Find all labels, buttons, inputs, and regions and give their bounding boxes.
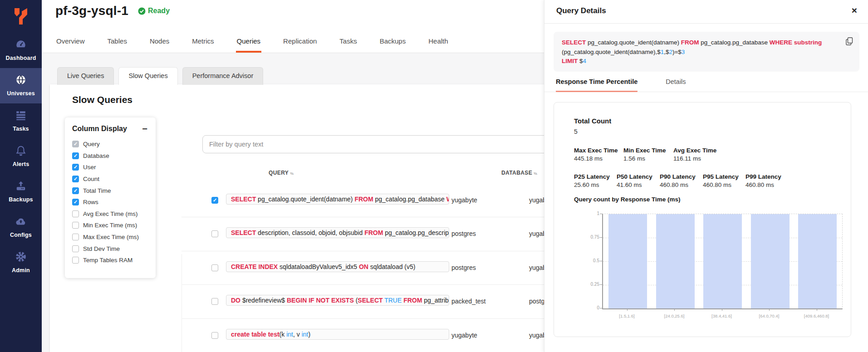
app-window: DashboardUniversesTasksAlertsBackupsConf…	[0, 0, 868, 352]
sidebar-item-tasks[interactable]: Tasks	[0, 103, 42, 139]
subtab-performance-advisor[interactable]: Performance Advisor	[182, 67, 264, 85]
column-option-total-time[interactable]: ✓Total Time	[72, 185, 148, 196]
database-cell: postgres	[451, 230, 476, 237]
x-axis-tick	[769, 309, 770, 311]
row-checkbox[interactable]	[211, 230, 218, 237]
yugabyte-logo-icon[interactable]	[0, 0, 42, 33]
checkbox-icon: ✓	[72, 141, 79, 147]
column-option-user[interactable]: ✓User	[72, 161, 148, 173]
column-option-temp-tables-ram[interactable]: Temp Tables RAM	[72, 254, 148, 266]
checkbox-icon[interactable]	[72, 210, 79, 217]
column-option-query[interactable]: ✓Query	[72, 138, 148, 150]
stat-p90-latency: P90 Latency460.80 ms	[660, 173, 703, 188]
tab-health[interactable]: Health	[427, 32, 449, 53]
query-cell[interactable]: CREATE INDEX sqldataloadByValuev5_idx5 O…	[226, 261, 449, 272]
sql-line: (pg_catalog.quote_ident(datname),$1,$2)=…	[562, 48, 839, 57]
stat-label: P95 Latency	[703, 173, 745, 180]
y-axis-tick-label: 0	[581, 305, 599, 310]
stat-label: P25 Latency	[574, 173, 617, 180]
stat-label: Min Exec Time	[623, 147, 673, 154]
tab-backups[interactable]: Backups	[379, 32, 407, 53]
column-option-min-exec-time-ms[interactable]: Min Exec Time (ms)	[72, 220, 148, 231]
y-axis-tick-label: 1	[581, 211, 599, 216]
sidebar-item-dashboard[interactable]: Dashboard	[0, 33, 42, 68]
checkbox-icon[interactable]: ✓	[72, 176, 79, 182]
tab-metrics[interactable]: Metrics	[191, 32, 215, 53]
collapse-button[interactable]: −	[141, 126, 148, 132]
row-checkbox[interactable]	[211, 264, 218, 271]
tab-nodes[interactable]: Nodes	[149, 32, 170, 53]
total-count-value: 5	[574, 128, 578, 135]
query-cell[interactable]: SELECT description, classoid, objoid, ob…	[226, 227, 449, 238]
details-tab-response-time-percentile[interactable]: Response Time Percentile	[556, 78, 638, 92]
column-header-database[interactable]: DATABASE▾▴	[501, 170, 537, 176]
sidebar-item-universes[interactable]: Universes	[0, 68, 42, 103]
query-cell[interactable]: SELECT pg_catalog.quote_ident(datname) F…	[226, 194, 449, 205]
row-checkbox[interactable]: ✓	[211, 197, 218, 204]
sidebar-item-alerts[interactable]: Alerts	[0, 139, 42, 174]
subtab-live-queries[interactable]: Live Queries	[57, 67, 114, 85]
checkbox-icon[interactable]: ✓	[72, 164, 79, 171]
bar	[608, 214, 647, 308]
stat-label: P90 Latency	[660, 173, 703, 180]
checkbox-icon[interactable]	[72, 222, 79, 229]
stat-value: 460.80 ms	[703, 181, 745, 188]
column-header-query[interactable]: QUERY▾▴	[269, 170, 293, 176]
sidebar-item-backups[interactable]: Backups	[0, 174, 42, 210]
close-icon[interactable]: ×	[849, 5, 860, 16]
bar	[703, 214, 742, 308]
status-badge: Ready	[138, 7, 170, 15]
details-tab-details[interactable]: Details	[666, 78, 686, 92]
sidebar-item-admin[interactable]: Admin	[0, 245, 42, 280]
column-option-std-dev-time[interactable]: Std Dev Time	[72, 243, 148, 254]
column-option-label: User	[83, 164, 96, 171]
tab-queries[interactable]: Queries	[236, 32, 262, 53]
query-cell[interactable]: DO $redefineview$ BEGIN IF NOT EXISTS (S…	[226, 295, 449, 306]
row-checkbox[interactable]	[211, 298, 218, 305]
tab-replication[interactable]: Replication	[282, 32, 318, 53]
stat-label: Max Exec Time	[574, 147, 623, 154]
subtab-slow-queries[interactable]: Slow Queries	[118, 67, 177, 85]
column-option-avg-exec-time-ms[interactable]: Avg Exec Time (ms)	[72, 208, 148, 220]
sidebar-item-label: Alerts	[13, 161, 29, 167]
universe-header: pf-3g-ysql-1 Ready OverviewTablesNodesMe…	[42, 0, 544, 53]
tab-tables[interactable]: Tables	[107, 32, 128, 53]
stat-value: 1.56 ms	[623, 155, 673, 162]
sort-arrows-icon[interactable]: ▾▴	[534, 171, 537, 176]
sidebar-item-configs[interactable]: Configs	[0, 210, 42, 245]
percentile-stats-card: Total Count 5 Max Exec Time445.18 msMin …	[554, 102, 851, 337]
copy-icon[interactable]	[845, 36, 854, 48]
universe-tabs: OverviewTablesNodesMetricsQueriesReplica…	[55, 32, 449, 53]
stat-p99-latency: P99 Latency460.80 ms	[745, 173, 781, 188]
column-option-database[interactable]: ✓Database	[72, 150, 148, 162]
sidebar-item-label: Admin	[12, 267, 30, 274]
column-option-label: Min Exec Time (ms)	[83, 222, 137, 229]
checkbox-icon[interactable]: ✓	[72, 152, 79, 159]
sidebar-nav: DashboardUniversesTasksAlertsBackupsConf…	[0, 33, 42, 280]
database-cell: yugabyte	[451, 332, 477, 339]
response-time-bar-chart	[602, 214, 843, 309]
section-title: Slow Queries	[72, 94, 132, 105]
row-checkbox[interactable]	[211, 332, 218, 339]
sql-line: SELECT pg_catalog.quote_ident(datname) F…	[562, 38, 839, 48]
checkbox-icon[interactable]	[72, 257, 79, 264]
sql-statement: SELECT pg_catalog.quote_ident(datname) F…	[562, 38, 839, 66]
checkbox-icon[interactable]: ✓	[72, 187, 79, 194]
tab-overview[interactable]: Overview	[55, 32, 86, 53]
tab-tasks[interactable]: Tasks	[338, 32, 358, 53]
stat-label: Avg Exec Time	[673, 147, 716, 154]
checkbox-icon[interactable]	[72, 234, 79, 240]
checkbox-icon[interactable]: ✓	[72, 199, 79, 205]
sidebar-item-label: Tasks	[13, 126, 29, 132]
query-cell[interactable]: create table test(k int, v int)	[226, 329, 449, 340]
column-option-rows[interactable]: ✓Rows	[72, 196, 148, 208]
y-axis-tick	[600, 214, 602, 214]
sort-arrows-icon[interactable]: ▾▴	[290, 171, 293, 176]
x-axis-tick	[817, 309, 817, 311]
stat-value: 460.80 ms	[745, 181, 781, 188]
column-option-max-exec-time-ms[interactable]: Max Exec Time (ms)	[72, 231, 148, 243]
y-axis-tick	[600, 308, 602, 308]
column-option-count[interactable]: ✓Count	[72, 173, 148, 185]
details-tabs: Response Time PercentileDetails	[544, 78, 868, 92]
checkbox-icon[interactable]	[72, 245, 79, 252]
